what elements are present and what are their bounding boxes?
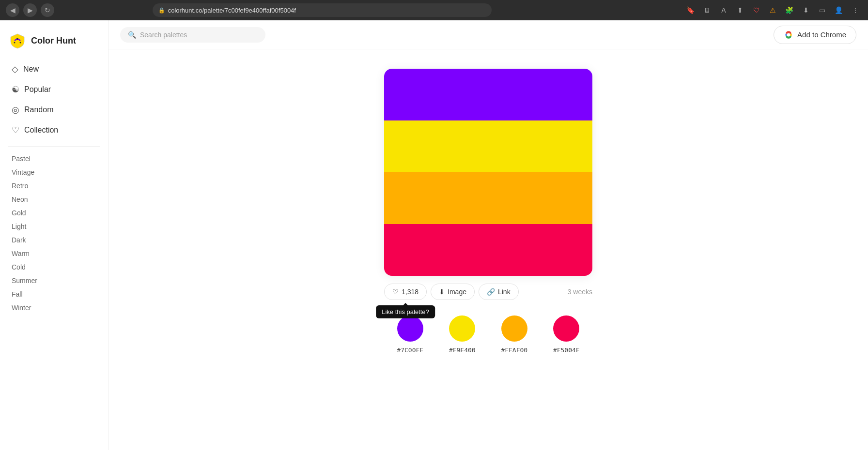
svg-point-2 <box>20 42 21 44</box>
heart-icon: ♡ <box>12 125 19 135</box>
tag-fall[interactable]: Fall <box>12 288 96 300</box>
random-icon: ◎ <box>12 105 19 115</box>
tag-dark[interactable]: Dark <box>12 234 96 246</box>
swatch-red[interactable] <box>384 224 592 276</box>
translate-icon[interactable]: A <box>717 3 730 17</box>
logo-icon <box>9 32 26 49</box>
color-hex-3: #F5004F <box>553 346 580 354</box>
chrome-logo-icon <box>784 30 793 40</box>
sidebar-item-new-label: New <box>23 65 39 74</box>
color-hex-2: #FFAF00 <box>501 346 527 354</box>
popular-icon: ☯ <box>12 84 19 95</box>
color-circle-red <box>553 315 579 342</box>
tag-neon[interactable]: Neon <box>12 193 96 206</box>
app-container: Color Hunt ◇ New ☯ Popular ◎ Random ♡ Co… <box>0 20 868 450</box>
diamond-icon: ◇ <box>12 64 18 75</box>
swatch-yellow[interactable] <box>384 120 592 172</box>
add-to-chrome-button[interactable]: Add to Chrome <box>774 26 856 44</box>
color-hex-1: #F9E400 <box>449 346 476 354</box>
sidebar-item-collection[interactable]: ♡ Collection <box>6 120 102 140</box>
tag-warm[interactable]: Warm <box>12 247 96 260</box>
sidebar-item-new[interactable]: ◇ New <box>6 59 102 79</box>
color-swatch-2[interactable]: #FFAF00 <box>501 315 527 354</box>
sidebar-item-popular-label: Popular <box>24 85 51 94</box>
tag-pastel[interactable]: Pastel <box>12 152 96 165</box>
logo-area[interactable]: Color Hunt <box>0 28 108 59</box>
palette-card[interactable] <box>384 69 592 276</box>
like-tooltip: Like this palette? <box>376 305 435 318</box>
palette-actions: ♡ 1,318 Like this palette? ⬇ Image 🔗 Lin… <box>384 284 592 300</box>
svg-point-5 <box>787 33 790 36</box>
sidebar-divider <box>8 146 100 147</box>
color-circle-purple <box>397 315 423 342</box>
address-bar[interactable]: 🔒 colorhunt.co/palette/7c00fef9e400ffaf0… <box>153 3 492 17</box>
add-to-chrome-label: Add to Chrome <box>797 30 846 39</box>
download-icon[interactable]: ⬇ <box>799 3 813 17</box>
image-label: Image <box>448 288 466 296</box>
profile-icon[interactable]: 👤 <box>832 3 846 17</box>
bookmark-icon[interactable]: 🔖 <box>684 3 698 17</box>
likes-count: 1,318 <box>402 288 418 296</box>
share-icon[interactable]: ⬆ <box>733 3 747 17</box>
svg-point-0 <box>16 38 18 40</box>
color-swatch-1[interactable]: #F9E400 <box>449 315 476 354</box>
nav-items: ◇ New ☯ Popular ◎ Random ♡ Collection <box>0 59 108 140</box>
color-swatch-3[interactable]: #F5004F <box>553 315 580 354</box>
shield-icon[interactable]: 🛡 <box>750 3 763 17</box>
url-text: colorhunt.co/palette/7c00fef9e400ffaf00f… <box>168 7 296 14</box>
tag-vintage[interactable]: Vintage <box>12 166 96 179</box>
color-swatch-0[interactable]: #7C00FE <box>397 315 423 354</box>
logo-title: Color Hunt <box>31 36 76 46</box>
sidebar-item-popular[interactable]: ☯ Popular <box>6 79 102 100</box>
back-button[interactable]: ◀ <box>6 3 19 17</box>
likes-button[interactable]: ♡ 1,318 <box>384 284 427 300</box>
heart-like-icon: ♡ <box>392 288 399 296</box>
color-circle-orange <box>501 315 527 342</box>
svg-point-1 <box>14 42 16 44</box>
sidebar-item-random[interactable]: ◎ Random <box>6 100 102 120</box>
image-button[interactable]: ⬇ Image <box>431 284 475 300</box>
warning-icon[interactable]: ⚠ <box>766 3 780 17</box>
tag-summer[interactable]: Summer <box>12 274 96 287</box>
palette-swatch <box>384 69 592 276</box>
tag-winter[interactable]: Winter <box>12 301 96 314</box>
sidebar-item-random-label: Random <box>24 105 53 114</box>
color-swatches-row: #7C00FE #F9E400 #FFAF00 #F5004F <box>384 315 592 354</box>
header: 🔍 Search palettes Add <box>108 20 868 49</box>
search-icon: 🔍 <box>128 31 136 39</box>
monitor-icon[interactable]: 🖥 <box>700 3 714 17</box>
link-button[interactable]: 🔗 Link <box>479 284 519 300</box>
sidebar: Color Hunt ◇ New ☯ Popular ◎ Random ♡ Co… <box>0 20 108 450</box>
color-hex-0: #7C00FE <box>397 346 423 354</box>
swatch-purple[interactable] <box>384 69 592 120</box>
link-label: Link <box>498 288 511 296</box>
link-icon: 🔗 <box>487 288 495 296</box>
tag-cold[interactable]: Cold <box>12 261 96 273</box>
swatch-orange[interactable] <box>384 172 592 224</box>
time-label: 3 weeks <box>568 288 592 296</box>
tag-retro[interactable]: Retro <box>12 180 96 192</box>
window-icon[interactable]: ▭ <box>816 3 829 17</box>
search-bar[interactable]: 🔍 Search palettes <box>120 27 265 43</box>
menu-icon[interactable]: ⋮ <box>849 3 862 17</box>
browser-chrome: ◀ ▶ ↻ 🔒 colorhunt.co/palette/7c00fef9e40… <box>0 0 868 20</box>
main-content: ♡ 1,318 Like this palette? ⬇ Image 🔗 Lin… <box>108 49 868 450</box>
forward-button[interactable]: ▶ <box>23 3 37 17</box>
tag-gold[interactable]: Gold <box>12 207 96 219</box>
lock-icon: 🔒 <box>158 7 165 14</box>
browser-actions: 🔖 🖥 A ⬆ 🛡 ⚠ 🧩 ⬇ ▭ 👤 ⋮ <box>684 3 862 17</box>
tags-list: Pastel Vintage Retro Neon Gold Light Dar… <box>0 152 108 314</box>
search-placeholder: Search palettes <box>140 31 187 39</box>
likes-wrapper: ♡ 1,318 Like this palette? <box>384 284 427 300</box>
refresh-button[interactable]: ↻ <box>41 3 54 17</box>
tag-light[interactable]: Light <box>12 220 96 233</box>
download-palette-icon: ⬇ <box>439 288 445 296</box>
sidebar-item-collection-label: Collection <box>24 126 58 135</box>
color-circle-yellow <box>449 315 475 342</box>
extensions-icon[interactable]: 🧩 <box>783 3 796 17</box>
